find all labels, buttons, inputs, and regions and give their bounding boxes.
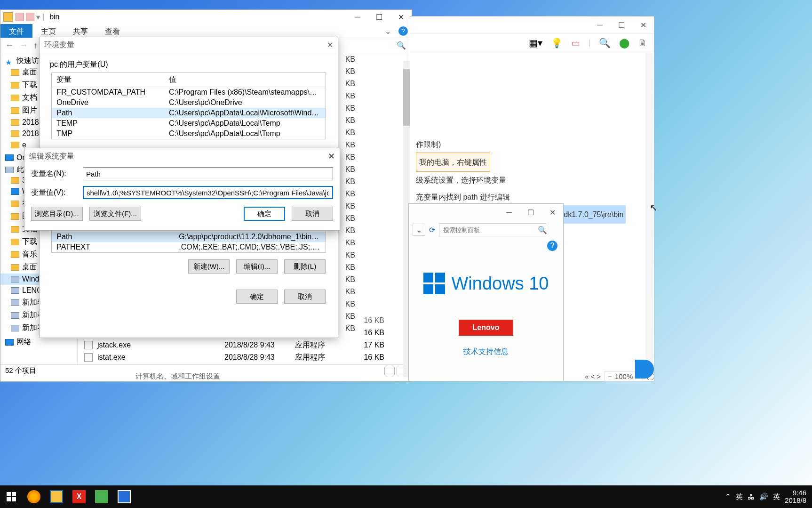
text-line: 级系统设置，选择环境变量 (416, 172, 648, 188)
close-icon[interactable]: ✕ (328, 151, 335, 161)
variable-value-input[interactable] (83, 186, 333, 199)
volume-icon[interactable]: 🔊 (759, 492, 768, 501)
close-button[interactable]: ✕ (632, 16, 654, 33)
file-row[interactable]: jstack.exe 2018/8/28 9:43 应用程序 17 KB (78, 339, 412, 351)
network-icon[interactable]: 🖧 (748, 493, 755, 501)
folder-icon (3, 12, 13, 22)
ribbon-tab-share[interactable]: 共享 (64, 24, 96, 38)
file-row[interactable]: istat.exe 2018/8/28 9:43 应用程序 16 KB (78, 351, 412, 363)
exe-icon (84, 341, 93, 349)
ribbon-tab-file[interactable]: 文件 (0, 24, 32, 38)
cancel-button[interactable]: 取消 (292, 207, 333, 221)
qat-dropdown-icon[interactable]: ▾ (36, 13, 40, 22)
variable-name-label: 变量名(N): (31, 169, 76, 179)
table-row[interactable]: PathG:\app\pc\product\11.2.0\dbhome_1\bi… (52, 232, 326, 242)
envdlg-titlebar[interactable]: 环境变量 ✕ (40, 37, 338, 53)
browse-dir-button[interactable]: 浏览目录(D)... (31, 207, 83, 221)
forward-button[interactable]: → (19, 40, 28, 50)
table-row[interactable]: OneDriveC:\Users\pc\OneDrive (52, 97, 326, 108)
ime-indicator[interactable]: 英 (773, 492, 780, 501)
minimize-button[interactable]: ─ (347, 10, 368, 24)
maximize-button[interactable]: ☐ (520, 204, 541, 221)
share-icon[interactable]: ⬤ (619, 37, 629, 48)
search-icon[interactable]: 🔍 (599, 37, 611, 48)
table-row[interactable]: PathC:\Users\pc\AppData\Local\Microsoft\… (52, 108, 326, 118)
network-section[interactable]: 网络 (0, 337, 77, 347)
close-icon[interactable]: ✕ (327, 40, 333, 49)
size-column-partial: KBKBKB KBKBKB KBKBKB KBKBKB KBKBKB KBKBK… (345, 53, 355, 335)
page-icon[interactable]: 🗎 (638, 38, 647, 48)
ribbon-expand-icon[interactable]: ⌄ (381, 24, 395, 38)
control-panel-search[interactable] (439, 223, 546, 236)
taskbar-file-explorer[interactable] (45, 485, 68, 508)
ok-button[interactable]: 确定 (236, 290, 278, 304)
close-button[interactable]: ✕ (541, 204, 563, 221)
system-about-window: ─ ☐ ✕ ⌄ ⟳ 🔍 ? Windows 10 Lenovo 技术支持信息 (408, 203, 564, 381)
search-icon[interactable]: 🔍 (538, 226, 547, 234)
user-vars-table[interactable]: 变量值 FR_CUSTOMDATA_PATHC:\Program Files (… (51, 73, 326, 139)
window-title: bin (49, 13, 59, 21)
editor-scrollbar[interactable] (645, 53, 653, 380)
help-icon[interactable]: ? (398, 26, 408, 36)
editdlg-title: 编辑系统变量 (29, 152, 74, 161)
new-button[interactable]: 新建(W)... (188, 259, 230, 274)
minimize-button[interactable]: ─ (589, 16, 611, 33)
col-header-val[interactable]: 值 (164, 73, 326, 87)
taskbar-screen[interactable] (113, 485, 135, 508)
mouse-cursor-icon: ↖ (650, 202, 658, 213)
taskbar-app[interactable] (90, 485, 113, 508)
edit-button[interactable]: 编辑(I)... (236, 259, 278, 274)
lenovo-logo: Lenovo (459, 320, 513, 336)
ime-indicator[interactable]: 英 (736, 492, 743, 501)
text-line: 充变量内找到 path 进行编辑 (416, 189, 648, 205)
table-row[interactable]: TMPC:\Users\pc\AppData\Local\Temp (52, 129, 326, 139)
windows-version-text: Windows 10 (452, 274, 549, 294)
taskbar-firefox[interactable] (23, 485, 45, 508)
variable-value-label: 变量值(V): (31, 188, 76, 198)
zoom-level: 100% (615, 372, 633, 380)
col-header-var[interactable]: 变量 (52, 73, 164, 87)
edit-system-variable-dialog: 编辑系统变量 ✕ 变量名(N): 变量值(V): 浏览目录(D)... 浏览文件… (24, 148, 340, 231)
table-row[interactable]: FR_CUSTOMDATA_PATHC:\Program Files (x86)… (52, 87, 326, 98)
title-separator: | (43, 13, 45, 21)
table-row[interactable]: TEMPC:\Users\pc\AppData\Local\Temp (52, 118, 326, 129)
partial-system-label: 计算机名、域和工作组设置 (135, 372, 220, 381)
bulb-icon[interactable]: 💡 (551, 37, 563, 48)
table-row[interactable]: PATHEXT.COM;.EXE;.BAT;.CMD;.VBS;.VBE;.JS… (52, 242, 326, 253)
browse-file-button[interactable]: 浏览文件(F)... (89, 207, 141, 221)
explorer-titlebar[interactable]: ▾ | bin ─ ☐ ✕ (0, 10, 412, 24)
up-button[interactable]: ↑ (33, 40, 38, 50)
close-button[interactable]: ✕ (390, 10, 412, 24)
breadcrumb-dropdown[interactable]: ⌄ (413, 224, 425, 236)
ok-button[interactable]: 确定 (244, 207, 285, 221)
help-icon[interactable]: ? (547, 241, 557, 251)
exe-icon (84, 353, 93, 362)
delete-button[interactable]: 删除(L) (284, 259, 326, 274)
ribbon-tab-home[interactable]: 主页 (32, 24, 64, 38)
envdlg-title: 环境变量 (44, 40, 74, 50)
tray-chevron-icon[interactable]: ⌃ (725, 492, 731, 501)
back-button[interactable]: ← (5, 40, 14, 50)
cancel-button[interactable]: 取消 (284, 290, 326, 304)
tech-support-link[interactable]: 技术支持信息 (409, 347, 563, 357)
editdlg-titlebar[interactable]: 编辑系统变量 ✕ (24, 148, 340, 164)
taskbar: X ⌃ 英 🖧 🔊 英 9:46 2018/8 (0, 485, 812, 508)
search-icon[interactable]: 🔍 (396, 40, 407, 51)
taskbar-xshell[interactable]: X (68, 485, 90, 508)
clock[interactable]: 9:46 2018/8 (785, 489, 806, 505)
layout-icon[interactable]: ▭ (571, 37, 580, 48)
quick-access-toolbar[interactable] (16, 13, 34, 21)
system-tray[interactable]: ⌃ 英 🖧 🔊 英 9:46 2018/8 (725, 489, 812, 505)
maximize-button[interactable]: ☐ (368, 10, 390, 24)
text-line-highlighted: 我的电脑，右键属性 (416, 153, 490, 172)
slideshow-icon[interactable]: ▦▾ (529, 37, 542, 48)
chevrons-icon[interactable]: « < > (585, 372, 601, 380)
ribbon-tabs: 文件 主页 共享 查看 ⌄ ? (0, 24, 412, 38)
start-button[interactable] (0, 485, 23, 508)
zoom-out-button[interactable]: − (608, 372, 612, 380)
ribbon-tab-view[interactable]: 查看 (96, 24, 128, 38)
refresh-icon[interactable]: ⟳ (429, 226, 435, 234)
variable-name-input[interactable] (83, 167, 333, 180)
maximize-button[interactable]: ☐ (611, 16, 632, 33)
minimize-button[interactable]: ─ (498, 204, 520, 221)
